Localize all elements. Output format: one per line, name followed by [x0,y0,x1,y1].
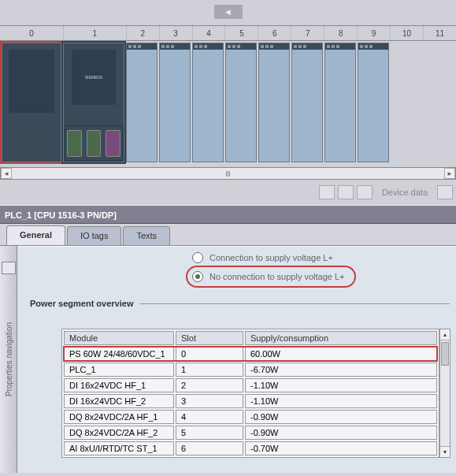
rack-toolbar: Device data [319,184,453,200]
slot-header[interactable]: 0 [0,26,63,40]
cell-supply: -0.70W [245,441,437,456]
module-io[interactable] [225,43,257,162]
content-area: Properties navigation Connection to supp… [0,246,456,473]
cell-supply: -0.90W [245,410,437,424]
slot-header[interactable]: 6 [258,26,291,40]
dp-port-icon[interactable] [106,130,120,157]
table-row[interactable]: AI 8xU/I/RTD/TC ST_16-0.70W [64,441,437,456]
slot-header[interactable]: 9 [357,26,390,40]
radio-icon [192,252,203,263]
module-io[interactable] [258,43,290,162]
radio-no-connection-lplus[interactable]: No connection to supply voltage L+ [187,267,354,286]
rack-view: ◄ 0 1 2 3 4 5 6 7 8 9 10 11 SIEMENS [0,0,456,205]
module-row: SIEMENS [2,43,389,164]
toolbar-button[interactable] [319,185,335,199]
cell-module: PS 60W 24/48/60VDC_1 [64,347,174,361]
tab-general[interactable]: General [6,225,65,245]
ethernet-port-icon[interactable] [67,130,82,157]
scroll-up-button[interactable]: ▲ [440,329,450,340]
slot-header[interactable]: 11 [423,26,456,40]
cell-slot: 5 [176,426,243,440]
module-io[interactable] [126,43,158,162]
module-power-supply[interactable] [2,43,61,162]
main-pane: Connection to supply voltage L+ No conne… [17,246,456,473]
cell-module: DI 16x24VDC HF_2 [64,394,174,408]
cell-module: DI 16x24VDC HF_1 [64,378,174,392]
section-title-text: Power segment overview [30,299,133,308]
power-segment-table: Module Slot Supply/consumption PS 60W 24… [61,329,439,458]
cell-slot: 6 [176,441,243,456]
module-cpu[interactable]: SIEMENS [63,43,124,162]
slot-header[interactable]: 1 [63,26,126,40]
scrollbar-track[interactable]: Ⅲ [12,168,444,179]
scroll-left-button[interactable]: ◄ [1,168,12,179]
device-data-label: Device data [376,188,434,197]
cell-supply: -1.10W [245,394,437,408]
scroll-down-button[interactable]: ▼ [440,446,450,457]
table-row[interactable]: DI 16x24VDC HF_12-1.10W [64,378,437,392]
nav-up-button[interactable]: ◄ [214,5,243,19]
slot-header[interactable]: 4 [192,26,225,40]
side-nav-label: Properties navigation [4,322,13,396]
radio-connection-lplus[interactable]: Connection to supply voltage L+ [187,248,456,267]
slot-header[interactable]: 7 [291,26,324,40]
cell-module: PLC_1 [64,363,174,377]
toolbar-button[interactable] [437,185,453,199]
slot-header[interactable]: 5 [224,26,258,40]
nav-collapse-button[interactable] [2,262,16,274]
cell-slot: 2 [176,378,243,392]
slot-header[interactable]: 2 [126,26,159,40]
cell-supply: -0.90W [245,426,437,440]
cell-slot: 4 [176,410,243,424]
cell-module: AI 8xU/I/RTD/TC ST_1 [64,441,174,456]
col-supply[interactable]: Supply/consumption [245,331,437,345]
radio-icon [192,271,203,282]
section-title: Power segment overview [30,299,456,308]
cell-supply: -6.70W [245,363,437,377]
cell-module: DQ 8x24VDC/2A HF_2 [64,426,174,440]
radio-label: No connection to supply voltage L+ [209,272,345,281]
table-row[interactable]: DQ 8x24VDC/2A HF_14-0.90W [64,410,437,424]
module-io[interactable] [159,43,191,162]
scroll-right-button[interactable]: ► [444,168,455,179]
properties-navigation[interactable]: Properties navigation [0,246,17,473]
horizontal-scrollbar[interactable]: ◄ Ⅲ ► [0,167,456,180]
cell-supply: 60.00W [245,347,437,361]
divider-icon [139,303,450,304]
module-io[interactable] [291,43,323,162]
power-segment-table-wrap: Module Slot Supply/consumption PS 60W 24… [61,329,456,458]
toolbar-button[interactable] [357,185,373,199]
col-module[interactable]: Module [64,331,174,345]
col-slot[interactable]: Slot [176,331,243,345]
cpu-label: SIEMENS [72,50,116,105]
tab-io-tags[interactable]: IO tags [67,226,121,245]
page-title: PLC_1 [CPU 1516-3 PN/DP] [0,205,456,224]
cell-slot: 1 [176,363,243,377]
tab-bar: General IO tags Texts [0,224,456,246]
toolbar-button[interactable] [338,185,354,199]
cpu-interface-ports [65,127,122,160]
triangle-left-icon: ◄ [224,7,232,17]
cell-slot: 0 [176,347,243,361]
ethernet-port-icon[interactable] [87,130,102,157]
cell-supply: -1.10W [245,378,437,392]
slot-header[interactable]: 8 [324,26,357,40]
cell-slot: 3 [176,394,243,408]
supply-voltage-radios: Connection to supply voltage L+ No conne… [187,248,456,286]
table-row[interactable]: PS 60W 24/48/60VDC_1060.00W [64,347,437,361]
slot-header-row: 0 1 2 3 4 5 6 7 8 9 10 11 [0,25,456,41]
scrollbar-thumb[interactable] [441,342,449,366]
tab-texts[interactable]: Texts [123,226,170,245]
table-row[interactable]: DI 16x24VDC HF_23-1.10W [64,394,437,408]
slot-header[interactable]: 10 [390,26,423,40]
table-row[interactable]: DQ 8x24VDC/2A HF_25-0.90W [64,426,437,440]
table-vertical-scrollbar[interactable]: ▲ ▼ [439,329,450,458]
slot-header[interactable]: 3 [159,26,192,40]
module-io[interactable] [324,43,356,162]
table-row[interactable]: PLC_11-6.70W [64,363,437,377]
module-io[interactable] [358,43,389,162]
cell-module: DQ 8x24VDC/2A HF_1 [64,410,174,424]
radio-label: Connection to supply voltage L+ [209,253,333,262]
module-io[interactable] [192,43,224,162]
